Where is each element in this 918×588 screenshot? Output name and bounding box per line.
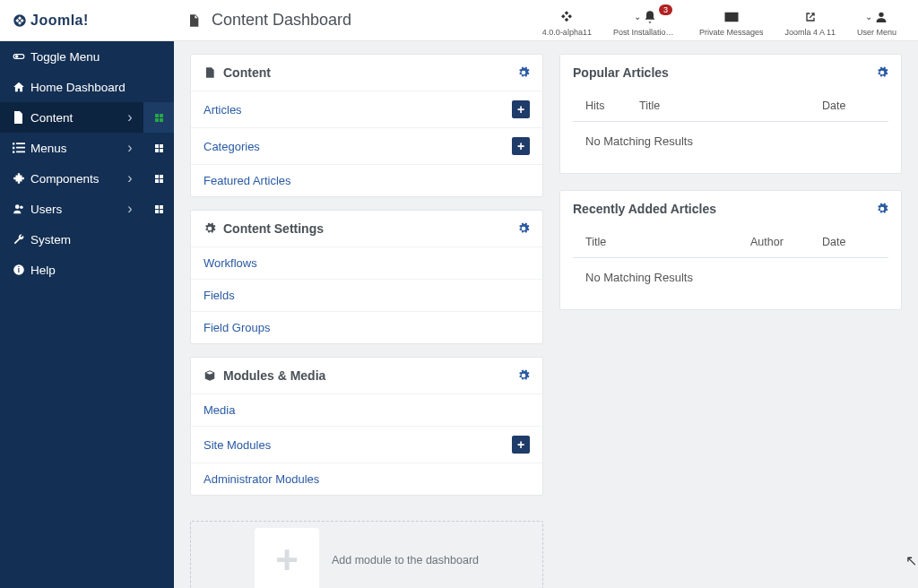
add-module-area[interactable]: + Add module to the dashboard — [190, 521, 543, 588]
col-title: Title — [585, 236, 750, 248]
sidebar-item-content[interactable]: Content › — [0, 102, 174, 133]
info-icon: i — [13, 264, 30, 276]
gear-icon[interactable] — [876, 203, 888, 215]
col-hits: Hits — [585, 99, 639, 112]
puzzle-icon — [13, 172, 30, 185]
svg-point-2 — [15, 55, 19, 58]
card-content-settings: Content Settings Workflows Fields Field … — [190, 210, 543, 344]
link-site-modules: Site Modules + — [191, 426, 542, 463]
sidebar-item-help[interactable]: i Help — [0, 255, 174, 285]
toggle-icon — [13, 50, 30, 63]
chevron-right-icon: › — [117, 170, 143, 186]
card-popular-articles: Popular Articles Hits Title Date No Matc… — [559, 54, 902, 174]
sidebar: Toggle Menu Home Dashboard Content › Men… — [0, 41, 174, 588]
link[interactable]: Fields — [204, 289, 235, 302]
card-title: Recently Added Articles — [573, 202, 716, 216]
logo-area[interactable]: Joomla! — [0, 0, 174, 40]
topbar-right: 4.0.0-alpha11 ⌄ 3 Post Installation ... … — [532, 4, 918, 37]
plus-button[interactable]: + — [512, 100, 530, 118]
link-categories: Categories + — [191, 127, 542, 164]
joomla-icon — [13, 13, 27, 28]
table-header: Hits Title Date — [573, 91, 888, 122]
link[interactable]: Featured Articles — [204, 174, 291, 187]
user-icon: ⌄ — [865, 8, 888, 26]
link-workflows: Workflows — [191, 246, 542, 279]
topbar-user-menu[interactable]: ⌄ User Menu — [846, 8, 907, 37]
link[interactable]: Site Modules — [204, 438, 271, 452]
svg-text:i: i — [18, 266, 20, 274]
table-header: Title Author Date — [573, 227, 888, 258]
card-title: Popular Articles — [573, 65, 669, 80]
sidebar-dashboard-menus[interactable] — [143, 133, 174, 163]
link[interactable]: Workflows — [204, 256, 257, 270]
col-author: Author — [750, 236, 822, 248]
gear-icon[interactable] — [517, 222, 530, 235]
envelope-icon — [723, 8, 740, 26]
sidebar-item-users[interactable]: Users › — [0, 194, 174, 224]
sidebar-toggle-menu[interactable]: Toggle Menu — [0, 41, 174, 72]
topbar-post-install[interactable]: ⌄ 3 Post Installation ... — [602, 8, 688, 37]
sidebar-dashboard-users[interactable] — [143, 194, 174, 224]
chevron-right-icon: › — [117, 109, 143, 125]
table-empty: No Matching Results — [573, 258, 888, 297]
link[interactable]: Field Groups — [204, 321, 270, 334]
card-title: Modules & Media — [223, 368, 325, 383]
users-icon — [13, 203, 30, 215]
svg-point-4 — [20, 206, 23, 210]
col-date: Date — [822, 99, 876, 112]
link-admin-modules: Administrator Modules — [191, 463, 542, 495]
external-link-icon — [803, 8, 818, 26]
sidebar-dashboard-content[interactable] — [143, 102, 174, 133]
joomla-small-icon — [559, 8, 575, 26]
card-title: Content — [223, 65, 271, 80]
sidebar-dashboard-components[interactable] — [143, 163, 174, 194]
sidebar-item-home[interactable]: Home Dashboard — [0, 72, 174, 102]
chevron-right-icon: › — [117, 201, 143, 217]
gear-icon[interactable] — [517, 369, 530, 382]
table-empty: No Matching Results — [573, 122, 888, 160]
cog-icon — [204, 222, 216, 235]
card-modules-media: Modules & Media Media Site Modules + Adm… — [190, 357, 543, 496]
card-recently-added: Recently Added Articles Title Author Dat… — [559, 190, 902, 310]
wrench-icon — [13, 233, 30, 246]
link-media: Media — [191, 393, 542, 426]
topbar-site-link[interactable]: Joomla 4 A 11 — [774, 8, 846, 37]
link[interactable]: Articles — [204, 103, 242, 117]
page-title: Content Dashboard — [212, 11, 351, 30]
sidebar-item-components[interactable]: Components › — [0, 163, 174, 194]
svg-point-0 — [879, 12, 883, 16]
content-area: Content Articles + Categories + Featu — [174, 41, 918, 588]
notification-badge: 3 — [659, 4, 672, 16]
link[interactable]: Categories — [204, 140, 260, 153]
plus-button[interactable]: + — [512, 436, 530, 454]
link-featured-articles: Featured Articles — [191, 164, 542, 196]
gear-icon[interactable] — [517, 66, 530, 79]
link-field-groups: Field Groups — [191, 311, 542, 343]
file-icon — [13, 111, 30, 124]
home-icon — [13, 81, 30, 93]
box-icon — [204, 369, 216, 382]
bell-icon: ⌄ — [634, 8, 657, 26]
svg-point-3 — [15, 204, 20, 209]
add-module-label: Add module to the dashboard — [332, 554, 479, 566]
sidebar-item-menus[interactable]: Menus › — [0, 133, 174, 163]
topbar-messages[interactable]: Private Messages — [688, 8, 775, 37]
link-fields: Fields — [191, 279, 542, 311]
list-icon — [13, 143, 30, 153]
joomla-logo: Joomla! — [13, 13, 89, 29]
title-area: Content Dashboard — [174, 11, 351, 30]
topbar-version[interactable]: 4.0.0-alpha11 — [532, 8, 602, 37]
link[interactable]: Media — [204, 403, 235, 417]
file-icon — [186, 13, 201, 28]
svg-rect-1 — [13, 55, 24, 59]
topbar: Joomla! Content Dashboard 4.0.0-alpha11 … — [0, 0, 918, 41]
gear-icon[interactable] — [876, 66, 888, 79]
link[interactable]: Administrator Modules — [204, 472, 319, 486]
chevron-right-icon: › — [117, 140, 143, 156]
link-articles: Articles + — [191, 91, 542, 127]
card-content: Content Articles + Categories + Featu — [190, 54, 543, 197]
sidebar-item-system[interactable]: System — [0, 224, 174, 255]
col-date: Date — [822, 236, 876, 248]
cursor-icon: ↖ — [905, 552, 917, 569]
plus-button[interactable]: + — [512, 137, 530, 155]
